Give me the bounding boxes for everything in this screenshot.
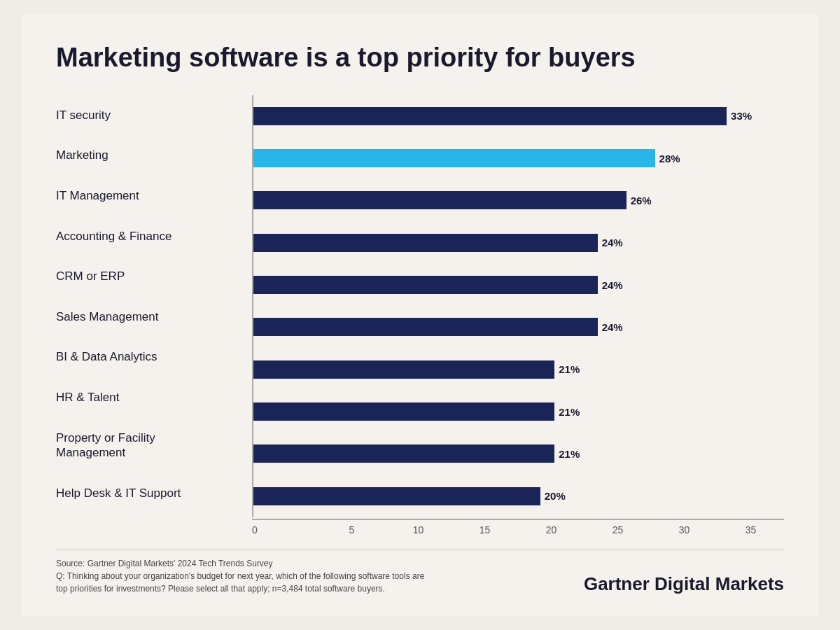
y-label-7: HR & Talent bbox=[56, 390, 252, 405]
bar-row-8: 21% bbox=[253, 443, 784, 464]
bars-section: 33%28%26%24%24%24%21%21%21%20% 051015202… bbox=[252, 95, 784, 536]
bar-row-1: 28% bbox=[253, 148, 784, 169]
bar-pct-4: 24% bbox=[602, 279, 623, 291]
x-tick-3: 15 bbox=[451, 524, 518, 536]
x-tick-1: 5 bbox=[318, 524, 385, 536]
footnote: Source: Gartner Digital Markets' 2024 Te… bbox=[56, 557, 424, 595]
y-label-6: BI & Data Analytics bbox=[56, 349, 252, 364]
chart-card: Marketing software is a top priority for… bbox=[21, 14, 819, 616]
bar-pct-3: 24% bbox=[602, 237, 623, 248]
bar-6 bbox=[253, 360, 554, 379]
y-label-4: CRM or ERP bbox=[56, 269, 252, 284]
x-tick-5: 25 bbox=[584, 524, 651, 536]
y-label-2: IT Management bbox=[56, 188, 252, 203]
bars-container: 33%28%26%24%24%24%21%21%21%20% bbox=[252, 95, 784, 517]
x-axis: 05101520253035 bbox=[252, 519, 784, 536]
bar-pct-1: 28% bbox=[659, 153, 680, 164]
bar-pct-6: 21% bbox=[559, 363, 580, 375]
bar-row-6: 21% bbox=[253, 359, 784, 380]
chart-area: IT securityMarketingIT ManagementAccount… bbox=[56, 95, 784, 536]
bar-pct-5: 24% bbox=[602, 321, 623, 333]
y-label-0: IT security bbox=[56, 108, 252, 122]
bar-row-4: 24% bbox=[253, 274, 784, 295]
chart-body: IT securityMarketingIT ManagementAccount… bbox=[56, 95, 784, 536]
bar-5 bbox=[253, 318, 598, 336]
footer: Source: Gartner Digital Markets' 2024 Te… bbox=[56, 550, 784, 595]
x-tick-6: 30 bbox=[651, 524, 718, 536]
y-label-1: Marketing bbox=[56, 148, 252, 162]
bar-pct-7: 21% bbox=[559, 406, 580, 418]
bar-row-0: 33% bbox=[253, 106, 784, 127]
bar-2 bbox=[253, 191, 626, 209]
x-tick-2: 10 bbox=[385, 524, 451, 536]
footnote-line1: Source: Gartner Digital Markets' 2024 Te… bbox=[56, 557, 424, 570]
x-tick-0: 0 bbox=[252, 524, 318, 536]
bar-8 bbox=[253, 444, 554, 463]
footnote-line3: top priorities for investments? Please s… bbox=[56, 582, 424, 595]
bar-0 bbox=[253, 107, 727, 125]
bar-row-3: 24% bbox=[253, 232, 784, 253]
bar-pct-8: 21% bbox=[559, 448, 580, 460]
footnote-line2: Q: Thinking about your organization's bu… bbox=[56, 570, 424, 582]
bar-pct-9: 20% bbox=[545, 490, 566, 502]
y-label-8: Property or FacilityManagement bbox=[56, 430, 252, 461]
bar-row-9: 20% bbox=[253, 486, 784, 507]
chart-title: Marketing software is a top priority for… bbox=[56, 42, 784, 74]
x-tick-7: 35 bbox=[718, 524, 784, 536]
bar-pct-0: 33% bbox=[731, 110, 752, 122]
bar-row-7: 21% bbox=[253, 401, 784, 422]
y-label-5: Sales Management bbox=[56, 309, 252, 324]
brand-name: Gartner Digital Markets bbox=[584, 573, 784, 595]
bar-row-2: 26% bbox=[253, 190, 784, 211]
bar-1 bbox=[253, 149, 655, 167]
bar-row-5: 24% bbox=[253, 316, 784, 337]
bar-9 bbox=[253, 487, 540, 505]
bar-pct-2: 26% bbox=[631, 195, 652, 206]
bar-7 bbox=[253, 402, 554, 421]
y-labels: IT securityMarketingIT ManagementAccount… bbox=[56, 95, 252, 536]
bar-4 bbox=[253, 276, 598, 294]
y-label-3: Accounting & Finance bbox=[56, 229, 252, 244]
bar-3 bbox=[253, 234, 598, 252]
y-label-9: Help Desk & IT Support bbox=[56, 486, 252, 500]
x-tick-4: 20 bbox=[518, 524, 584, 536]
